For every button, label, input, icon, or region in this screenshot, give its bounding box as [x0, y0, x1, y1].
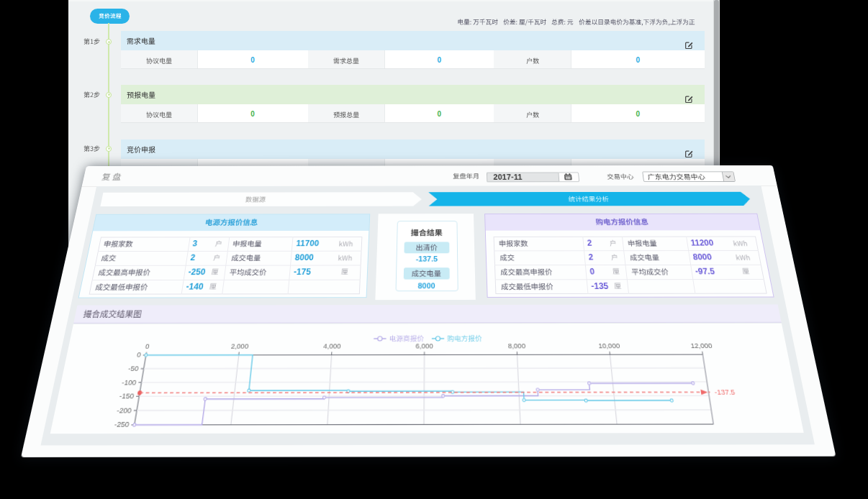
svg-text:12,000: 12,000: [690, 342, 713, 350]
svg-text:-150: -150: [119, 392, 135, 400]
svg-text:-100: -100: [121, 378, 137, 387]
svg-text:0: 0: [145, 343, 150, 351]
svg-text:-200: -200: [116, 406, 132, 415]
svg-text:10,000: 10,000: [598, 342, 620, 350]
svg-text:-250: -250: [114, 421, 130, 429]
svg-text:8,000: 8,000: [508, 342, 526, 350]
svg-text:-137.5: -137.5: [714, 388, 736, 397]
svg-text:4,000: 4,000: [323, 343, 342, 351]
svg-text:2,000: 2,000: [230, 343, 249, 351]
svg-text:-50: -50: [127, 365, 140, 372]
svg-text:6,000: 6,000: [415, 342, 433, 350]
svg-text:0: 0: [136, 351, 142, 359]
